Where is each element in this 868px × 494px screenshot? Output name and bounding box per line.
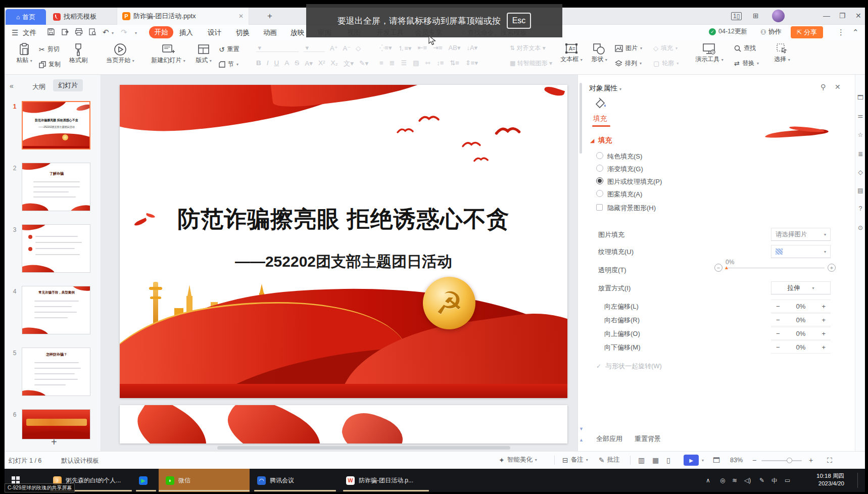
panel-scroll-up-icon[interactable]: ▲ — [579, 437, 584, 442]
shapes-button[interactable]: 形状 ▾ — [588, 43, 611, 64]
tab-grid-icon[interactable]: ⊞ — [753, 12, 759, 20]
apply-all-button[interactable]: 全部应用 — [596, 434, 622, 443]
horizontal-scrollbar[interactable] — [217, 446, 510, 450]
cut-button[interactable]: ✂剪切 — [39, 45, 60, 54]
add-slide-button[interactable]: + — [51, 436, 57, 448]
section-button[interactable]: 节 ▾ — [219, 60, 238, 69]
zoom-in-icon[interactable]: + — [809, 456, 813, 464]
share-button[interactable]: ⇱分享 — [791, 26, 823, 38]
panel-scroll-down-icon[interactable]: ▼ — [579, 426, 584, 431]
stepper-minus[interactable]: − — [776, 330, 780, 337]
find-button[interactable]: 查找 — [734, 44, 756, 53]
next-slide-page[interactable] — [120, 405, 567, 443]
slide-subtitle[interactable]: ——252202团支部主题团日活动 — [120, 252, 567, 272]
offset-up-stepper[interactable]: −0%+ — [771, 327, 831, 340]
arrange-button[interactable]: 排列▾ — [615, 59, 642, 68]
radio-pattern-fill[interactable] — [596, 190, 603, 197]
hamburger-icon[interactable]: ☰ — [12, 28, 18, 37]
replace-button[interactable]: ⇄ 替换▾ — [734, 59, 759, 68]
stepper-plus[interactable]: + — [822, 316, 826, 324]
tab-outline[interactable]: 大纲 — [32, 82, 45, 91]
slide-thumbnail-4[interactable]: 常见诈骗手段，典型案例 — [22, 286, 90, 334]
clock[interactable]: 10:18 周四 2023/4/20 — [804, 472, 844, 487]
stepper-minus[interactable]: − — [776, 303, 780, 310]
offset-right-stepper[interactable]: −0%+ — [771, 313, 831, 326]
paste-button[interactable]: 粘贴 ▾ — [13, 43, 36, 65]
texture-select-dropdown[interactable]: ▾ — [771, 245, 831, 258]
slider-minus-button[interactable]: − — [714, 264, 722, 272]
pin-icon[interactable]: ⚲ — [821, 83, 826, 91]
tab-docer-templates[interactable]: 找稻壳模板 — [53, 12, 97, 21]
tab-document[interactable]: P 防诈骗-团日活动.pptx ✕ — [117, 8, 249, 25]
slider-plus-button[interactable]: + — [828, 264, 836, 272]
editor-canvas[interactable]: 防范诈骗擦亮眼 拒绝诱惑心不贪 ——252202团支部主题团日活动 — [101, 75, 577, 451]
close-panel-icon[interactable]: ✕ — [835, 83, 841, 91]
view-reading-icon[interactable]: ▯ — [666, 456, 670, 464]
offset-down-stepper[interactable]: −0%+ — [771, 340, 831, 354]
taskbar-app-meeting[interactable]: ◠ 腾讯会议 — [257, 469, 294, 492]
panel-title[interactable]: 对象属性 ▾ — [589, 84, 621, 93]
picture-select-dropdown[interactable]: 请选择图片▾ — [771, 228, 831, 241]
slide-thumbnail-2[interactable]: 了解诈骗 — [22, 163, 90, 211]
tray-bluetooth-icon[interactable]: ◎ — [720, 477, 725, 484]
notes-button[interactable]: ⊟备注▾ — [562, 456, 588, 464]
copy-button[interactable]: 复制 — [39, 60, 61, 69]
stepper-plus[interactable]: + — [822, 343, 826, 351]
close-tab-icon[interactable]: ✕ — [238, 13, 244, 20]
zoom-slider-thumb[interactable] — [787, 458, 792, 463]
format-painter-button[interactable]: 格式刷 — [66, 43, 90, 65]
export-icon[interactable] — [61, 28, 69, 36]
print-preview-icon[interactable] — [88, 28, 97, 36]
menu-tab-design[interactable]: 设计 — [208, 28, 221, 37]
radio-gradient-fill-label[interactable]: 渐变填充(G) — [607, 165, 643, 174]
placement-dropdown[interactable]: 拉伸▾ — [771, 281, 831, 294]
minimize-icon[interactable]: — — [823, 12, 830, 20]
presentation-tools-button[interactable]: 演示工具 ▾ — [692, 43, 727, 64]
fullscreen-icon[interactable]: ⛶ — [827, 456, 832, 465]
tab-home[interactable]: ⌂首页 — [6, 9, 46, 25]
undo-dropdown-arrow[interactable]: ▾ — [112, 31, 114, 35]
select-button[interactable]: 选择 ▾ — [770, 43, 794, 64]
show-desktop-button[interactable] — [857, 473, 861, 488]
zoom-value[interactable]: 83% — [730, 457, 743, 464]
new-tab-button[interactable]: + — [267, 11, 272, 21]
radio-picture-fill[interactable] — [596, 177, 603, 184]
more-menu-icon[interactable]: ⋮ — [837, 28, 845, 37]
radio-solid-fill[interactable] — [596, 152, 603, 159]
ai-beautify-button[interactable]: ✦智能美化▾ — [499, 456, 537, 464]
menu-tab-home[interactable]: 开始 — [149, 26, 173, 38]
stepper-minus[interactable]: − — [776, 316, 780, 324]
tray-expand-icon[interactable]: ∧ — [706, 477, 710, 484]
restore-icon[interactable]: ❐ — [839, 12, 846, 20]
tab-slides[interactable]: 幻灯片 — [53, 79, 83, 91]
picture-button[interactable]: 图片▾ — [615, 44, 642, 53]
cloud-sync-status[interactable]: ✓ 04-12更新 — [709, 27, 747, 36]
present-tool-icon[interactable]: 🗔 — [857, 94, 864, 101]
help-icon[interactable]: ? — [857, 205, 864, 212]
collaborate-button[interactable]: ⚇协作 — [760, 27, 782, 36]
shapes-panel-icon[interactable]: ◇ — [857, 169, 864, 176]
radio-gradient-fill[interactable] — [596, 165, 603, 172]
fit-slide-icon[interactable]: 🗖 — [713, 456, 720, 464]
tray-pen-icon[interactable]: ✎ — [759, 477, 764, 484]
offset-left-stepper[interactable]: −0%+ — [771, 300, 831, 313]
close-window-icon[interactable]: ✕ — [855, 12, 861, 20]
tab-list-icon[interactable]: 1▯ — [731, 12, 742, 20]
menu-tab-transition[interactable]: 切换 — [236, 28, 250, 37]
slideshow-dropdown-arrow[interactable]: ▾ — [702, 458, 704, 463]
menu-tab-slideshow[interactable]: 放映 — [291, 28, 304, 37]
rotate-with-shape-label[interactable]: 与形状一起旋转(W) — [605, 362, 662, 371]
textbox-button[interactable]: A= 文本框 ▾ — [558, 43, 585, 64]
slide-thumbnail-1[interactable]: 防范诈骗擦亮眼 拒绝诱惑心不贪 ——252202团支部主题团日活动 — [22, 101, 90, 150]
stepper-plus[interactable]: + — [822, 330, 826, 337]
view-normal-icon[interactable]: ▥ — [638, 456, 645, 464]
panel-scrollbar[interactable] — [580, 83, 582, 154]
settings-sliders-icon[interactable]: ⚌ — [857, 112, 864, 119]
taskbar-app-video[interactable]: ▶ — [139, 469, 148, 492]
new-slide-button[interactable]: 新建幻灯片 ▾ — [148, 43, 188, 65]
reset-background-button[interactable]: 重置背景 — [635, 434, 661, 443]
layers-panel-icon[interactable]: ≣ — [857, 151, 864, 158]
tab-fill[interactable]: 填充 — [593, 114, 607, 123]
checkbox-hide-background[interactable] — [596, 204, 603, 211]
stepper-minus[interactable]: − — [776, 343, 780, 351]
